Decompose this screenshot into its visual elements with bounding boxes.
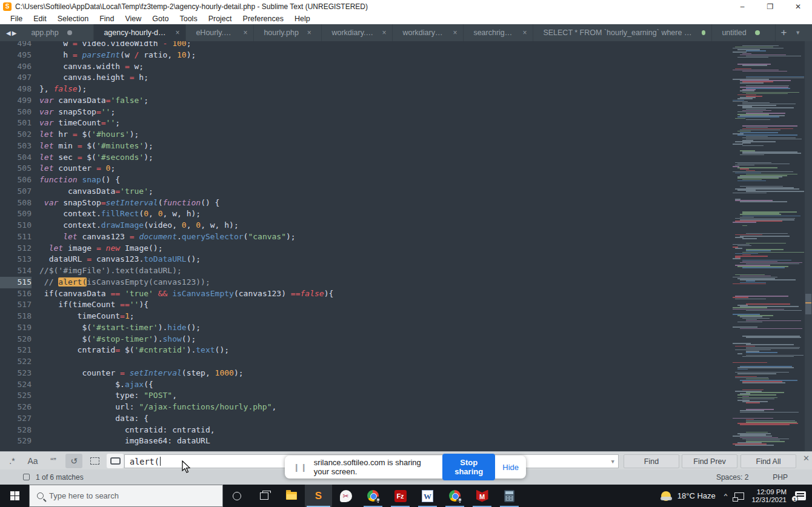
restore-button[interactable]: ❐ [756,0,784,13]
code-line-496[interactable]: 496 canvas.width = w; [0,61,812,73]
weather-temperature[interactable]: 18°C Haze [677,491,716,500]
code-line-507[interactable]: 507 canvasData='true'; [0,186,812,197]
vertical-scrollbar[interactable] [805,41,812,451]
find-prev-button[interactable]: Find Prev [682,454,737,468]
code-line-525[interactable]: 525 type: "POST", [0,390,812,402]
network-icon[interactable] [734,492,744,500]
code-line-508[interactable]: 508 var snapStop=setInterval(function() … [0,197,812,209]
code-line-521[interactable]: 521 cntratid= $('#cntratid').text(); [0,345,812,356]
toast-drag-handle-icon[interactable]: ❙❙ [293,463,308,472]
menu-item-selection[interactable]: Selection [52,15,94,23]
code-editor[interactable]: 494 w = video.videoWidth - 100;495 h = p… [0,41,812,451]
hidden-icons-chevron-icon[interactable]: ^ [724,492,728,499]
code-line-519[interactable]: 519 $('#start-timer').hide(); [0,322,812,334]
menu-item-tools[interactable]: Tools [174,15,202,23]
code-line-500[interactable]: 500var snapStop=''; [0,107,812,118]
in-selection-toggle-icon[interactable] [86,454,103,468]
tab-close-icon[interactable]: × [522,28,527,37]
filezilla-button[interactable]: Fz [387,485,414,507]
tab-workdiary-2-php[interactable]: workdiary 2.php× [393,24,464,41]
code-line-529[interactable]: 529 imgBase64: dataURL [0,436,812,447]
tab-close-icon[interactable]: × [175,28,179,37]
tab-close-icon[interactable]: × [307,28,311,37]
action-center-icon[interactable]: 1 [795,491,806,500]
code-line-524[interactable]: 524 $.ajax({ [0,379,812,391]
tab-searchright-php[interactable]: searchright.php× [464,24,533,41]
wrap-toggle-icon[interactable]: ↺ [65,454,82,468]
tab-hourly-php[interactable]: hourly.php× [254,24,322,41]
code-line-520[interactable]: 520 $('#stop-timer').show(); [0,334,812,345]
whole-word-toggle-icon[interactable]: “” [45,454,62,468]
tab-untitled[interactable]: untitled [712,24,776,41]
code-line-516[interactable]: 516 if(canvasData == 'true' && isCanvasE… [0,288,812,300]
find-button[interactable]: Find [624,454,679,468]
code-line-497[interactable]: 497 canvas.height = h; [0,72,812,84]
tab-workdiary-php[interactable]: workdiary.php× [322,24,393,41]
code-line-501[interactable]: 501var timeCount=''; [0,118,812,129]
calculator-button[interactable] [496,485,523,507]
find-all-button[interactable]: Find All [740,454,796,468]
menu-item-project[interactable]: Project [203,15,238,23]
word-button[interactable]: W [414,485,441,507]
code-line-523[interactable]: 523 counter = setInterval(step, 1000); [0,368,812,379]
close-button[interactable]: ✕ [784,0,812,13]
code-line-512[interactable]: 512 let image = new Image(); [0,243,812,254]
code-line-513[interactable]: 513 dataURL = canvas123.toDataURL(); [0,254,812,265]
code-line-504[interactable]: 504let sec = $('#seconds'); [0,152,812,164]
menu-item-file[interactable]: File [5,15,28,23]
code-line-517[interactable]: 517 if(timeCount ==''){ [0,299,812,311]
task-view-button[interactable] [250,485,278,507]
regex-toggle-icon[interactable]: .* [4,454,21,468]
minimap[interactable] [730,41,804,451]
code-line-494[interactable]: 494 w = video.videoWidth - 100; [0,41,812,50]
menu-item-goto[interactable]: Goto [147,15,174,23]
code-line-495[interactable]: 495 h = parseInt(w / ratio, 10); [0,50,812,61]
cortana-button[interactable] [223,485,250,507]
weather-haze-icon[interactable] [661,490,673,502]
code-line-506[interactable]: 506function snap() { [0,174,812,186]
snipping-tool-button[interactable]: ✂ [332,485,359,507]
stop-sharing-button[interactable]: Stop sharing [442,454,495,480]
minimize-button[interactable]: – [728,0,756,13]
find-history-dropdown-icon[interactable]: ▼ [611,459,614,465]
code-line-502[interactable]: 502let hr = $('#hours'); [0,129,812,141]
tab-overflow-icon[interactable]: ▼ [791,24,804,41]
code-line-526[interactable]: 526 url: "/ajax-functions/hourly.php", [0,402,812,413]
code-line-510[interactable]: 510 context.drawImage(video, 0, 0, w, h)… [0,220,812,231]
chrome-profile1-button[interactable] [359,485,387,507]
code-line-522[interactable]: 522 [0,356,812,368]
mcafee-button[interactable]: M [468,485,496,507]
code-line-499[interactable]: 499var canvasData='false'; [0,95,812,107]
menu-item-find[interactable]: Find [94,15,119,23]
tab-scroll-right-icon[interactable]: ▶ [12,30,18,36]
code-line-514[interactable]: 514//$('#imgFile').text(dataURL); [0,265,812,277]
tab-agency-hourly-detail-php[interactable]: agency-hourly-detail.php× [94,24,186,41]
tab-select-from-hourly-earning-where-contractid-1[interactable]: SELECT * FROM `hourly_earning` where con… [533,24,712,41]
tab-close-icon[interactable]: × [453,28,457,37]
menu-item-help[interactable]: Help [289,15,316,23]
code-line-503[interactable]: 503let min = $('#minutes'); [0,141,812,152]
code-line-511[interactable]: 511 let canvas123 = document.querySelect… [0,231,812,243]
hide-toast-link[interactable]: Hide [502,463,519,472]
case-sensitive-toggle-icon[interactable]: Aa [24,454,41,468]
code-line-505[interactable]: 505let counter = 0; [0,163,812,174]
indentation-status[interactable]: Spaces: 2 [716,473,773,482]
code-line-528[interactable]: 528 cntratid: cntratid, [0,425,812,436]
taskbar-clock[interactable]: 12:09 PM 12/31/2021 [751,488,787,504]
code-line-509[interactable]: 509 context.fillRect(0, 0, w, h); [0,208,812,220]
scrollbar-thumb[interactable] [805,294,811,314]
code-line-527[interactable]: 527 data: { [0,413,812,425]
file-explorer-button[interactable] [278,485,305,507]
code-line-518[interactable]: 518 timeCount=1; [0,311,812,322]
sublime-taskbar-button[interactable]: S [305,485,332,507]
code-line-515[interactable]: 515 // alert(isCanvasEmpty(canvas123)); [0,277,812,288]
tab-app-php[interactable]: app.php [21,24,94,41]
find-panel-close-icon[interactable]: ✕ [803,454,810,463]
new-tab-button[interactable]: + [776,24,791,41]
taskbar-search-input[interactable]: Type here to search [29,485,223,507]
tab-ehourly-php[interactable]: eHourly.php× [186,24,254,41]
menu-item-view[interactable]: View [119,15,147,23]
highlight-matches-toggle-icon[interactable] [107,454,124,468]
start-button[interactable] [0,485,29,507]
tab-close-icon[interactable]: × [382,28,386,37]
